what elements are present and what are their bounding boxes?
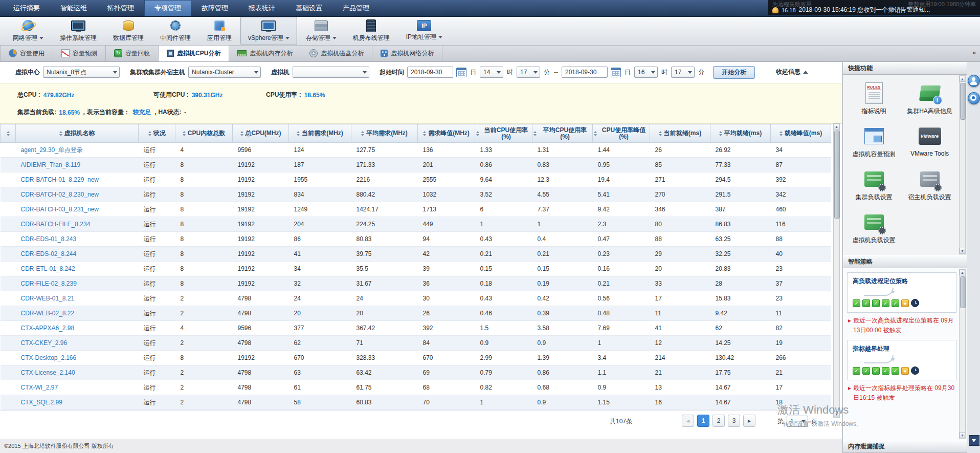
scroll-corner-button[interactable] [969, 435, 979, 446]
vm-name-link[interactable]: CDR-EDS-02_8.244 [21, 250, 77, 257]
start-minute-select[interactable]: 17 [517, 67, 540, 78]
nav-item-故障管理[interactable]: 故障管理 [191, 0, 238, 16]
vcenter-select[interactable]: Nutanix_8节点 [43, 67, 120, 78]
start-hour-select[interactable]: 14 [480, 67, 503, 78]
calendar-icon[interactable] [611, 68, 621, 77]
next-page-button[interactable]: ▸ [743, 415, 755, 427]
vm-name-link[interactable]: CTX_SQL.2.99 [21, 399, 62, 406]
vm-select[interactable] [293, 67, 369, 78]
strategy-scrollbar[interactable]: ▲ ▼ [959, 269, 966, 439]
quick-item-虚拟机负载设置[interactable]: 虚拟机负载设置 [846, 211, 902, 245]
scroll-down-icon[interactable]: ▼ [960, 432, 965, 438]
tool-item-中间件管理[interactable]: 中间件管理 [152, 16, 198, 45]
memory-leak-header[interactable]: 内存泄漏捕捉 [843, 440, 967, 453]
nav-item-拓扑管理[interactable]: 拓扑管理 [97, 0, 144, 16]
nav-item-报表统计[interactable]: 报表统计 [238, 0, 285, 16]
analyze-button[interactable]: 开始分析 [713, 66, 755, 79]
column-header[interactable]: 状况 [139, 124, 175, 143]
notification-toast[interactable]: 为远程失败效果 整数使用19:00-1980分钟率 16.18 2018-09-… [768, 0, 980, 15]
quick-panel-scrollbar[interactable]: ▲ ▼ [959, 75, 966, 254]
vm-name-link[interactable]: CTX-WI_2.97 [21, 384, 58, 391]
strategy-panel-header[interactable]: 智能策略 [843, 255, 967, 268]
tool-item-网络管理[interactable]: 网络管理 [5, 16, 51, 45]
vm-name-link[interactable]: CDR-BATCH-01_8.229_new [21, 176, 99, 183]
column-header[interactable]: 平均需求(MHz) [351, 124, 418, 143]
quick-item-指标说明[interactable]: RULES指标说明 [846, 82, 902, 116]
page-button-2[interactable]: 2 [712, 415, 725, 427]
column-header[interactable]: 当前就绪(ms) [650, 124, 710, 143]
tab-虚拟机内存分析[interactable]: 虚拟机内存分析 [229, 45, 301, 61]
scrollbar-thumb[interactable] [960, 276, 966, 308]
tab-虚拟机磁盘分析[interactable]: 虚拟机磁盘分析 [301, 45, 372, 61]
vm-name-link[interactable]: CTX-Desktop_2.166 [21, 354, 77, 361]
tab-容量预测[interactable]: 容量预测 [53, 45, 106, 61]
table-scrollbar[interactable]: ▲ ▼ [833, 123, 840, 418]
vm-name-link[interactable]: CDR-BATCH-FILE_8.234 [21, 221, 91, 228]
page-button-1[interactable]: 1 [697, 415, 709, 427]
nav-item-运行摘要[interactable]: 运行摘要 [3, 0, 50, 16]
vm-name-link[interactable]: CDR-WEB-01_8.21 [21, 295, 75, 302]
vm-name-link[interactable]: CDR-EDS-01_8.243 [21, 235, 77, 243]
quick-item-虚拟机容量预测[interactable]: 虚拟机容量预测 [846, 125, 902, 159]
vm-name-link[interactable]: AIDIEMR_Tran_8.119 [21, 161, 81, 168]
vm-name-link[interactable]: CTX-APPXA6_2.98 [21, 325, 75, 332]
quick-item-集群HA高级信息[interactable]: i集群HA高级信息 [902, 82, 957, 116]
tab-虚拟机网络分析[interactable]: 虚拟机网络分析 [372, 45, 442, 61]
scroll-down-icon[interactable]: ▼ [834, 411, 839, 417]
scroll-down-icon[interactable]: ▼ [960, 248, 965, 254]
tool-item-数据库管理[interactable]: 数据库管理 [105, 16, 151, 45]
column-header[interactable]: 需求峰值(MHz) [418, 124, 475, 143]
page-button-3[interactable]: 3 [728, 415, 740, 427]
tool-item-存储管理[interactable]: 存储管理 [298, 16, 344, 45]
tools-float-icon[interactable] [968, 92, 980, 104]
vm-name-link[interactable]: CDR-WEB-02_8.22 [21, 310, 75, 317]
tool-item-应用管理[interactable]: 应用管理 [199, 16, 239, 45]
nav-item-基础设置[interactable]: 基础设置 [285, 0, 332, 16]
tab-容量使用[interactable]: 容量使用 [0, 45, 53, 61]
nav-item-智能运维[interactable]: 智能运维 [50, 0, 97, 16]
column-header[interactable]: 就绪峰值(ms) [771, 124, 831, 143]
column-header[interactable]: 当前CPU使用率(%) [475, 124, 532, 143]
tab-虚拟机CPU分析[interactable]: 虚拟机CPU分析 [159, 45, 229, 61]
quick-panel-header[interactable]: 快捷功能 [843, 61, 967, 75]
scrollbar-thumb[interactable] [960, 83, 966, 120]
vm-name-link[interactable]: CTX-CKEY_2.96 [21, 339, 68, 347]
quick-item-宿主机负载设置[interactable]: 宿主机负载设置 [902, 168, 957, 202]
tool-item-vSphere管理[interactable]: vSphere管理 [240, 16, 297, 45]
end-minute-select[interactable]: 17 [671, 67, 695, 78]
cluster-select[interactable]: Nutanix-Cluster [188, 67, 261, 78]
tool-item-IP地址管理[interactable]: IPIP地址管理 [398, 16, 450, 45]
tool-item-操作系统管理[interactable]: 操作系统管理 [52, 16, 104, 45]
expand-more-icon[interactable]: » [972, 49, 976, 56]
vm-name-link[interactable]: CTX-License_2.140 [21, 369, 75, 376]
quick-item-集群负载设置[interactable]: 集群负载设置 [846, 168, 902, 202]
column-header[interactable]: 虚拟机名称 [16, 124, 139, 143]
vm-name-link[interactable]: CDR-BATCH-02_8.230_new [21, 191, 99, 198]
column-header[interactable]: 当前需求(MHz) [289, 124, 351, 143]
scrollbar-thumb[interactable] [834, 131, 840, 219]
scroll-up-icon[interactable]: ▲ [834, 123, 839, 130]
scroll-up-icon[interactable]: ▲ [960, 76, 965, 82]
tab-容量回收[interactable]: 容量回收 [106, 45, 159, 61]
column-header[interactable]: 平均CPU使用率(%) [532, 124, 593, 143]
vm-name-link[interactable]: agent_29.30_单点登录 [21, 146, 83, 154]
end-date-input[interactable]: 2018-09-30 [562, 67, 608, 78]
nav-item-产品管理[interactable]: 产品管理 [332, 0, 380, 16]
service-float-icon[interactable] [968, 75, 980, 87]
vm-name-link[interactable]: CDR-BATCH-03_8.231_new [21, 206, 99, 213]
capacity-status-link[interactable]: 较充足 [132, 108, 151, 117]
prev-page-button[interactable]: ◂ [682, 415, 694, 427]
vm-name-link[interactable]: CDR-ETL-01_8.242 [21, 265, 75, 272]
nav-item-专项管理[interactable]: 专项管理 [144, 0, 191, 16]
start-date-input[interactable]: 2018-09-30 [407, 67, 453, 78]
scroll-up-icon[interactable]: ▲ [960, 269, 965, 275]
column-header[interactable]: 总CPU(MHz) [233, 124, 289, 143]
column-header[interactable] [1, 124, 16, 143]
column-header[interactable]: 平均就绪(ms) [710, 124, 771, 143]
calendar-icon[interactable] [456, 68, 466, 77]
page-select[interactable]: 1 [787, 416, 808, 427]
notification-message[interactable]: 2018-09-30 15:46:19 您收到一个撤销告警通知... [799, 6, 930, 14]
column-header[interactable]: CPU使用率峰值(%) [593, 124, 650, 143]
tool-item-机房布线管理[interactable]: 机房布线管理 [345, 16, 397, 45]
collapse-info-button[interactable]: 收起信息 [776, 68, 808, 76]
